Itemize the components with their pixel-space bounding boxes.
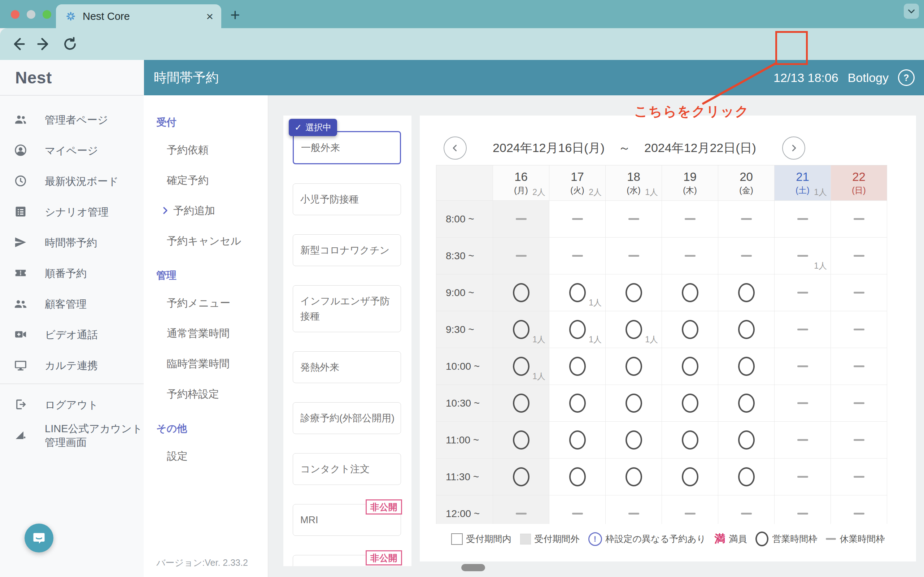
tab-close-icon[interactable]: ×: [206, 10, 213, 23]
menu-card[interactable]: 小児予防接種: [293, 184, 401, 215]
menu-card[interactable]: 診療予約(外部公開用): [293, 402, 401, 434]
slot-available-icon: [513, 430, 529, 450]
slot-cell[interactable]: 1人: [493, 311, 550, 348]
subnav-item[interactable]: 予約依頼: [167, 144, 268, 155]
chat-launcher-button[interactable]: [24, 524, 53, 553]
slot-cell[interactable]: [662, 422, 718, 459]
menu-card[interactable]: インフルエンザワクチ非公開: [293, 555, 401, 566]
slot-cell[interactable]: [718, 459, 775, 495]
video-icon: [14, 327, 28, 342]
next-week-button[interactable]: [782, 137, 805, 160]
sidebar-item-ticket[interactable]: 順番予約: [0, 258, 144, 288]
slot-cell[interactable]: [606, 422, 662, 459]
back-button[interactable]: [10, 36, 26, 52]
legend-item: 営業時間枠: [755, 532, 817, 546]
slot-cell[interactable]: [550, 385, 606, 422]
help-icon[interactable]: ?: [898, 69, 914, 86]
reload-button[interactable]: [62, 36, 78, 52]
sidebar-item-person[interactable]: マイページ: [0, 135, 144, 166]
browser-tab[interactable]: Nest Core ×: [56, 4, 221, 28]
slot-available-icon: [682, 283, 698, 302]
slot-cell[interactable]: [662, 385, 718, 422]
sidebar-footer-nav: ログアウトLINE公式アカウント管理画面: [0, 389, 144, 451]
subnav-item[interactable]: 通常営業時間: [167, 328, 268, 339]
slot-cell[interactable]: [550, 459, 606, 495]
slot-cell[interactable]: 1人: [493, 348, 550, 385]
slot-closed-icon: [853, 292, 865, 293]
sidebar-item-clock[interactable]: 最新状況ボード: [0, 166, 144, 197]
slot-cell[interactable]: [606, 274, 662, 311]
close-window-button[interactable]: [11, 10, 19, 19]
slot-cell[interactable]: [550, 422, 606, 459]
menu-card[interactable]: 新型コロナワクチン: [293, 234, 401, 266]
sidebar-item-monitor[interactable]: カルテ連携: [0, 350, 144, 380]
slot-available-icon: [682, 430, 698, 450]
slot-cell[interactable]: 1人: [606, 311, 662, 348]
window-controls[interactable]: [11, 10, 51, 19]
slot-cell[interactable]: 1人: [550, 274, 606, 311]
previous-week-button[interactable]: [444, 137, 467, 160]
sidebar-item-line-gear[interactable]: LINE公式アカウント管理画面: [0, 420, 144, 451]
slot-cell: [831, 238, 887, 274]
slot-closed-icon: [853, 513, 865, 514]
menu-card[interactable]: コンタクト注文: [293, 453, 401, 485]
slot-cell[interactable]: [662, 274, 718, 311]
sidebar-item-admin-people[interactable]: 管理者ページ: [0, 104, 144, 135]
legend-ring-icon: [755, 532, 768, 546]
subnav-item[interactable]: 設定: [167, 451, 268, 461]
sidebar-item-video[interactable]: ビデオ通話: [0, 319, 144, 350]
subnav-item[interactable]: 臨時営業時間: [167, 358, 268, 369]
slot-cell[interactable]: [493, 459, 550, 495]
slot-cell[interactable]: [606, 385, 662, 422]
slot-cell[interactable]: [662, 311, 718, 348]
slot-cell[interactable]: 1人: [550, 311, 606, 348]
new-tab-button[interactable]: +: [230, 5, 240, 24]
slot-cell[interactable]: [718, 348, 775, 385]
slot-available-icon: [682, 320, 698, 339]
slot-cell[interactable]: [493, 385, 550, 422]
subnav-item[interactable]: 予約メニュー: [167, 298, 268, 308]
slot-cell[interactable]: [606, 348, 662, 385]
day-capacity-note: 1人: [814, 187, 827, 198]
admin-people-icon: [14, 113, 28, 127]
slot-cell[interactable]: [493, 274, 550, 311]
slot-available-icon: [569, 467, 586, 487]
day-header-22: 22(日): [831, 165, 887, 201]
slot-closed-icon: [797, 292, 808, 293]
slot-cell[interactable]: [662, 348, 718, 385]
slot-cell[interactable]: [550, 348, 606, 385]
forward-button[interactable]: [36, 36, 52, 52]
sidebar-item-people[interactable]: 顧客管理: [0, 288, 144, 319]
tab-overview-chevron-icon[interactable]: [904, 3, 919, 19]
slot-available-icon: [513, 467, 529, 487]
zoom-window-button[interactable]: [43, 10, 51, 19]
horizontal-scrollbar[interactable]: [461, 564, 485, 571]
slot-cell[interactable]: [718, 422, 775, 459]
sidebar-item-scenario-list[interactable]: シナリオ管理: [0, 197, 144, 227]
slot-closed-icon: [797, 402, 808, 404]
slot-cell: [718, 495, 775, 524]
subnav-item[interactable]: 予約枠設定: [167, 388, 268, 399]
subnav-item[interactable]: 予約追加: [161, 205, 268, 216]
menu-card[interactable]: MRI非公開: [293, 504, 401, 536]
subnav-item[interactable]: 確定予約: [167, 175, 268, 185]
slot-cell: [775, 201, 831, 238]
slot-cell[interactable]: [493, 422, 550, 459]
legend-item: 満満員: [714, 532, 747, 546]
slot-cell[interactable]: [662, 459, 718, 495]
slot-count-note: 1人: [814, 260, 827, 272]
subnav-item[interactable]: 予約キャンセル: [167, 235, 268, 246]
sidebar-item-send[interactable]: 時間帯予約: [0, 227, 144, 258]
minimize-window-button[interactable]: [27, 10, 35, 19]
slot-cell: [831, 385, 887, 422]
slot-cell[interactable]: [718, 274, 775, 311]
sidebar-item-logout[interactable]: ログアウト: [0, 389, 144, 420]
slot-cell[interactable]: [718, 311, 775, 348]
slot-closed-icon: [797, 366, 808, 367]
menu-card[interactable]: インフルエンザ予防接種: [293, 285, 401, 332]
menu-card[interactable]: 発熱外来: [293, 351, 401, 383]
slot-cell[interactable]: [718, 385, 775, 422]
slot-cell[interactable]: [606, 459, 662, 495]
slot-closed-icon: [572, 513, 583, 514]
slot-available-icon: [682, 357, 698, 376]
